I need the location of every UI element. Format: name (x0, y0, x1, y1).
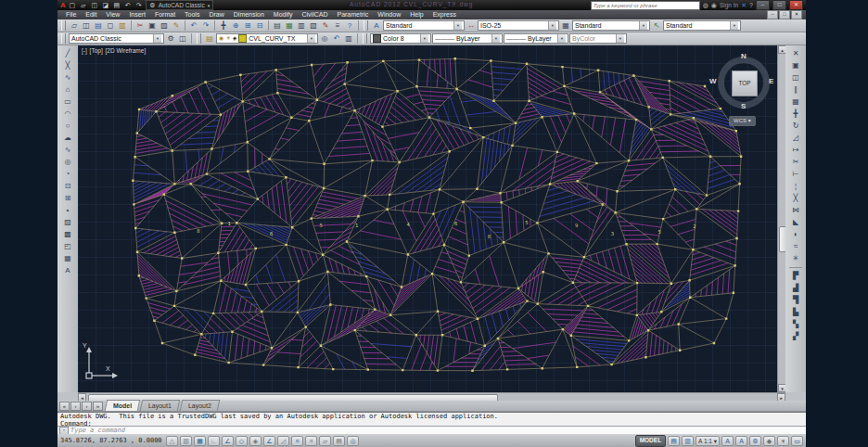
plot-icon[interactable]: ▤ (93, 20, 104, 32)
chevron-down-icon[interactable]: ▾ (491, 34, 500, 43)
close-button[interactable]: ✕ (789, 0, 803, 10)
layer-thaw-icon[interactable]: ☀ (225, 34, 230, 43)
prev-tab-button[interactable]: ‹ (70, 402, 81, 411)
visual-style-control[interactable]: [2D Wireframe] (106, 47, 147, 54)
arc-icon[interactable]: ◠ (62, 109, 74, 120)
chevron-down-icon[interactable]: ▾ (557, 34, 566, 43)
plot-icon[interactable]: ▤ (112, 1, 121, 9)
viewcube-west[interactable]: W (709, 77, 717, 85)
save-icon[interactable]: ◫ (90, 1, 99, 9)
pan-icon[interactable]: ╋ (218, 20, 229, 32)
tab-layout2[interactable]: Layout2 (180, 400, 220, 411)
send-to-back-icon[interactable]: ▟ (790, 283, 802, 294)
markup-set-manager-icon[interactable]: ✎ (320, 20, 331, 32)
clean-screen-button[interactable]: ▭ (791, 436, 803, 446)
chevron-down-icon[interactable]: ▾ (307, 34, 315, 43)
autocad-logo-icon[interactable]: A (60, 1, 66, 10)
move-icon[interactable]: ╋ (790, 109, 802, 120)
viewcube-south[interactable]: S (741, 102, 746, 110)
make-block-icon[interactable]: ⊞ (62, 193, 74, 204)
otrack-toggle[interactable]: ∠ (263, 436, 275, 446)
menu-dimension[interactable]: Dimension (229, 10, 269, 19)
text-style-dropdown[interactable]: Standard ▾ (383, 20, 465, 31)
circle-icon[interactable]: ○ (62, 121, 74, 132)
save-icon[interactable]: ◫ (81, 20, 92, 32)
spline-icon[interactable]: ∿ (62, 145, 74, 156)
bring-to-front-icon[interactable]: ▛ (790, 271, 802, 282)
viewcube-wcs-dropdown[interactable]: WCS ▾ (729, 116, 756, 126)
view-control[interactable]: [Top] (90, 47, 103, 54)
zoom-previous-icon[interactable]: ⊟ (254, 20, 265, 32)
polygon-icon[interactable]: ⌂ (62, 84, 74, 96)
menu-modify[interactable]: Modify (269, 10, 298, 19)
table-icon[interactable]: ▦ (62, 253, 74, 264)
match-properties-icon[interactable]: ✎ (171, 20, 182, 32)
tab-layout1[interactable]: Layout1 (140, 400, 180, 411)
doc-close-button[interactable]: ✕ (791, 10, 802, 19)
tool-palettes-icon[interactable]: ▥ (296, 20, 307, 32)
hatch-icon[interactable]: ▨ (62, 217, 74, 228)
polyline-icon[interactable]: ∿ (62, 72, 74, 83)
snap-toggle[interactable]: ▥ (180, 436, 192, 446)
extend-icon[interactable]: ⊢ (790, 169, 802, 180)
region-icon[interactable]: ◰ (62, 241, 74, 252)
viewcube-east[interactable]: E (769, 77, 773, 85)
layer-color-swatch[interactable] (238, 34, 247, 43)
zoom-window-icon[interactable]: ⊞ (242, 20, 253, 32)
exchange-icon[interactable]: ✕ (741, 2, 747, 9)
grid-toggle[interactable]: ▦ (194, 436, 206, 446)
dynamic-input-toggle[interactable]: ≡ (291, 436, 303, 446)
mleader-style-dropdown[interactable]: Standard ▾ (663, 20, 741, 31)
ortho-toggle[interactable]: ∟ (208, 436, 220, 446)
toolbar-lock-icon[interactable]: ◆ (763, 436, 775, 446)
hatch-to-back-icon[interactable]: ▞ (790, 331, 802, 342)
selection-cycling-toggle[interactable]: ◎ (347, 436, 359, 446)
chevron-down-icon[interactable]: ▾ (453, 21, 462, 30)
viewcube[interactable]: N S W E TOP (716, 55, 772, 110)
mtext-icon[interactable]: A (62, 265, 74, 276)
doc-minimize-button[interactable]: – (767, 10, 778, 19)
layer-dropdown[interactable]: ◉ ☀ ◈ CVL_CURV_TX ▾ (216, 33, 318, 44)
annotation-visibility-icon[interactable]: A (721, 436, 734, 446)
dynamic-ucs-toggle[interactable]: ◿ (277, 436, 289, 446)
status-bar-menu-arrow[interactable]: ▾ (777, 436, 789, 446)
insert-block-icon[interactable]: ⊡ (62, 181, 74, 192)
workspace-switching-icon[interactable]: ⚙ (749, 436, 761, 446)
color-dropdown[interactable]: Color 8 ▾ (370, 33, 431, 44)
offset-icon[interactable]: ∥ (790, 84, 802, 96)
quickcalc-icon[interactable]: ≡ (332, 20, 343, 32)
workspace-dropdown[interactable]: AutoCAD Classic ▾ (69, 33, 164, 44)
workspace-settings-icon[interactable]: ⚙ (165, 33, 176, 45)
table-style-dropdown[interactable]: Standard ▾ (572, 20, 650, 31)
chevron-down-icon[interactable]: ▾ (420, 34, 428, 43)
layer-lock-icon[interactable]: ◈ (233, 34, 237, 43)
copy-icon[interactable]: ▣ (790, 60, 802, 71)
vertical-scrollbar[interactable]: ▴ ▾ (777, 45, 785, 392)
scale-icon[interactable]: ◿ (790, 133, 802, 144)
minimize-button[interactable]: – (756, 0, 770, 10)
first-tab-button[interactable]: « (59, 402, 70, 411)
auto-annotate-icon[interactable]: A (735, 436, 747, 446)
rectangle-icon[interactable]: ▭ (62, 96, 74, 108)
chevron-down-icon[interactable]: ▾ (730, 21, 738, 30)
layer-previous-icon[interactable]: ↶ (331, 33, 342, 45)
toolbar-grip[interactable] (363, 33, 367, 44)
cut-icon[interactable]: ✂ (134, 20, 146, 32)
trim-icon[interactable]: ✂ (790, 157, 802, 168)
make-object-layer-current-icon[interactable]: ◎ (319, 33, 330, 45)
array-icon[interactable]: ▦ (790, 96, 802, 108)
menu-express[interactable]: Express (428, 10, 461, 19)
bring-above-objects-icon[interactable]: ▜ (790, 295, 802, 306)
menu-help[interactable]: Help (405, 10, 428, 19)
menu-format[interactable]: Format (150, 10, 180, 19)
text-to-front-icon[interactable]: ▚ (790, 319, 802, 330)
stretch-icon[interactable]: ↦ (790, 145, 802, 156)
polar-toggle[interactable]: ∠ (222, 436, 234, 446)
menu-tools[interactable]: Tools (180, 10, 204, 19)
properties-icon[interactable]: ▤ (272, 20, 283, 32)
last-tab-button[interactable]: » (93, 402, 103, 411)
help-icon[interactable]: ? (749, 2, 753, 8)
quick-view-drawings-icon[interactable]: ▥ (682, 436, 694, 446)
redo-icon[interactable]: ↷ (134, 1, 144, 9)
mirror-icon[interactable]: ◫ (790, 72, 802, 83)
